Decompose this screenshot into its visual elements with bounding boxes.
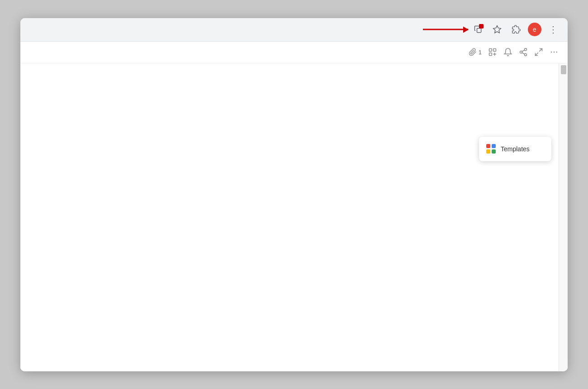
share-button[interactable] [519,48,528,57]
expand-button[interactable] [534,48,543,57]
attachment-button[interactable]: 1 [469,48,482,56]
templates-icon [486,144,496,154]
dot-green [492,149,496,154]
grid-view-button[interactable] [488,48,497,57]
attachment-count: 1 [479,49,482,56]
svg-point-7 [525,48,527,51]
svg-rect-4 [489,53,492,56]
templates-label: Templates [501,145,530,153]
page-content [20,63,559,371]
browser-window: e ⋮ 1 [20,18,568,371]
attachment-icon [469,48,477,56]
svg-point-15 [554,52,555,53]
bookmark-button[interactable] [490,22,504,37]
browser-toolbar: e ⋮ [20,18,568,42]
share-icon [519,48,528,57]
templates-menu-item[interactable]: Templates [479,139,551,158]
avatar-letter: e [533,26,536,33]
content-more-button[interactable] [550,48,559,57]
content-area: 1 [20,42,568,371]
dot-blue [492,144,496,148]
dot-red [486,144,490,148]
bell-icon [503,48,512,57]
arrow-annotation [423,29,468,30]
content-toolbar: 1 [20,42,568,63]
copy-tab-button[interactable] [471,22,485,37]
extensions-button[interactable] [509,22,523,37]
svg-line-13 [536,53,538,56]
svg-point-14 [551,52,552,53]
svg-point-9 [525,53,527,56]
svg-point-8 [520,51,522,53]
star-icon [493,25,502,34]
puzzle-icon [512,25,521,34]
svg-line-12 [540,49,542,52]
scrollbar-thumb[interactable] [561,65,566,74]
three-dots-icon: ⋮ [549,24,558,35]
svg-marker-1 [493,26,501,33]
main-body [20,63,568,371]
scrollbar-panel [559,63,568,371]
svg-line-11 [522,50,525,51]
grid-icon [488,48,497,57]
svg-point-16 [556,52,558,53]
dropdown-popup: Templates [479,137,551,161]
dot-yellow [486,149,490,154]
svg-rect-2 [489,49,492,52]
badge-indicator [479,24,484,29]
more-horizontal-icon [550,48,559,57]
user-avatar[interactable]: e [528,23,541,36]
expand-icon [534,48,543,57]
svg-rect-3 [493,49,496,52]
arrow-line [423,29,468,30]
svg-line-10 [522,53,525,54]
notifications-button[interactable] [503,48,512,57]
svg-rect-0 [477,29,481,33]
more-options-button[interactable]: ⋮ [546,22,560,37]
